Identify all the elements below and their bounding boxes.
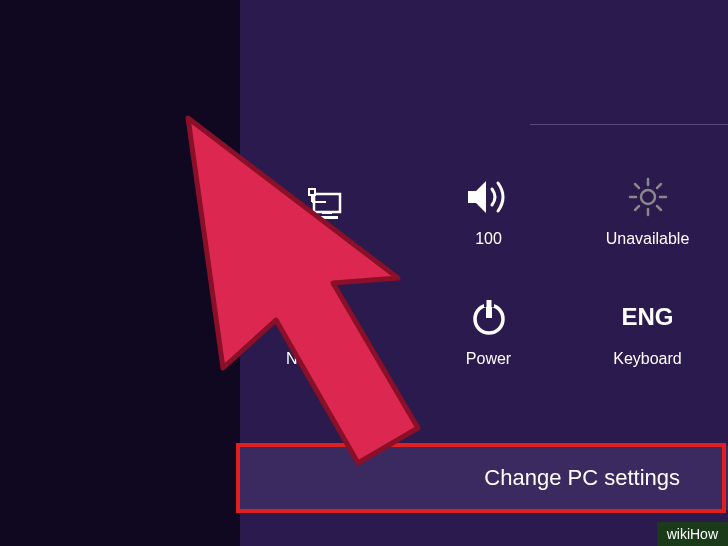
svg-rect-23 [486,300,491,316]
keyboard-tile[interactable]: ENG Keyboard [568,270,727,390]
volume-tile[interactable]: 100 [409,150,568,270]
desktop-background [0,0,240,546]
svg-rect-19 [320,319,334,321]
power-icon [464,292,514,342]
keyboard-label: Keyboard [613,350,682,368]
svg-rect-17 [320,309,340,311]
volume-label: 100 [475,230,502,248]
watermark: wikiHow [657,522,728,546]
volume-icon [464,172,514,222]
svg-rect-4 [310,190,314,194]
change-pc-settings-label: Change PC settings [484,465,680,491]
brightness-icon [623,172,673,222]
svg-line-13 [657,206,661,210]
svg-point-7 [641,190,655,204]
svg-line-12 [635,184,639,188]
svg-rect-18 [320,314,340,316]
svg-line-14 [635,206,639,210]
svg-rect-1 [322,212,332,214]
brightness-tile[interactable]: Unavailable [568,150,727,270]
network-icon [305,181,355,231]
keyboard-icon: ENG [623,292,673,342]
settings-grid: 100 Unavailable [250,150,728,390]
svg-rect-2 [316,216,338,219]
notifications-label: Notifications [286,350,373,368]
power-label: Power [466,350,511,368]
brightness-label: Unavailable [606,230,690,248]
change-pc-settings-button[interactable]: Change PC settings [240,446,728,510]
notifications-tile[interactable]: Notifications [250,270,409,390]
keyboard-lang-text: ENG [622,303,674,331]
notifications-icon [305,292,355,342]
svg-line-15 [657,184,661,188]
divider [530,124,728,125]
network-tile[interactable] [250,150,409,270]
power-tile[interactable]: Power [409,270,568,390]
